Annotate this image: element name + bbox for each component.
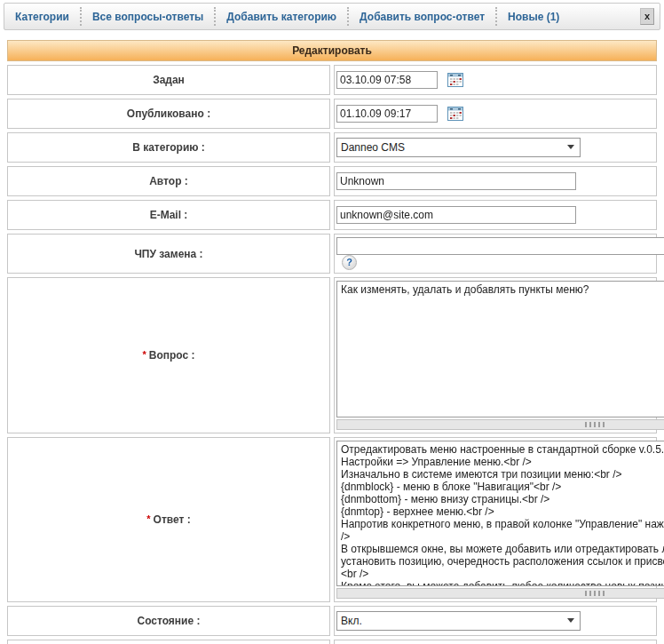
close-button[interactable]: x <box>640 8 654 25</box>
edit-form-table: Редактировать Задан <box>4 36 660 644</box>
slug-input[interactable] <box>336 237 664 255</box>
asked-label: Задан <box>7 65 330 95</box>
published-label: Опубликовано : <box>7 99 330 129</box>
category-label: В категорию : <box>7 132 330 163</box>
published-date-input[interactable] <box>336 105 438 123</box>
required-asterisk: * <box>146 513 150 524</box>
chevron-down-icon <box>567 618 574 623</box>
nav-link-categories[interactable]: Категории <box>10 11 80 23</box>
nav-link-new[interactable]: Новые (1) <box>497 11 570 23</box>
chevron-down-icon <box>567 145 574 149</box>
top-navbar: Категории Все вопросы-ответы Добавить ка… <box>4 3 660 30</box>
question-label-cell: *Вопрос : <box>7 277 330 433</box>
nav-link-all-faq[interactable]: Все вопросы-ответы <box>82 11 214 23</box>
category-selected-value: Danneo CMS <box>341 141 405 154</box>
email-label: E-Mail : <box>7 200 330 230</box>
asked-date-input[interactable] <box>336 71 438 89</box>
question-label: Вопрос : <box>149 349 195 362</box>
form-title: Редактировать <box>7 40 657 61</box>
category-select[interactable]: Danneo CMS <box>336 138 581 157</box>
nav-link-add-category[interactable]: Добавить категорию <box>216 11 347 23</box>
state-selected-value: Вкл. <box>341 615 362 627</box>
author-label: Автор : <box>7 166 330 196</box>
state-select[interactable]: Вкл. <box>336 611 581 631</box>
state-label: Состояние : <box>7 606 330 636</box>
textarea-resize-handle[interactable] <box>336 419 664 430</box>
answer-label-cell: *Ответ : <box>7 437 330 602</box>
email-input[interactable] <box>336 206 576 224</box>
calendar-icon[interactable] <box>447 107 463 121</box>
admin-faq-edit-page: Категории Все вопросы-ответы Добавить ка… <box>0 0 664 644</box>
answer-label: Ответ : <box>154 513 191 526</box>
required-asterisk: * <box>142 349 146 360</box>
grip-icon <box>585 591 605 596</box>
calendar-icon[interactable] <box>447 73 463 87</box>
slug-label: ЧПУ замена : <box>7 234 330 274</box>
author-input[interactable] <box>336 172 576 190</box>
question-textarea[interactable]: Как изменять, удалать и добавлять пункты… <box>336 281 664 417</box>
grip-icon <box>585 422 605 427</box>
help-icon[interactable]: ? <box>342 255 357 270</box>
nav-link-add-faq[interactable]: Добавить вопрос-ответ <box>349 11 495 23</box>
views-label: Просмотров : <box>7 640 330 644</box>
textarea-resize-handle[interactable] <box>336 588 664 599</box>
answer-textarea[interactable]: Отредактировать меню настроенные в станд… <box>336 441 664 586</box>
